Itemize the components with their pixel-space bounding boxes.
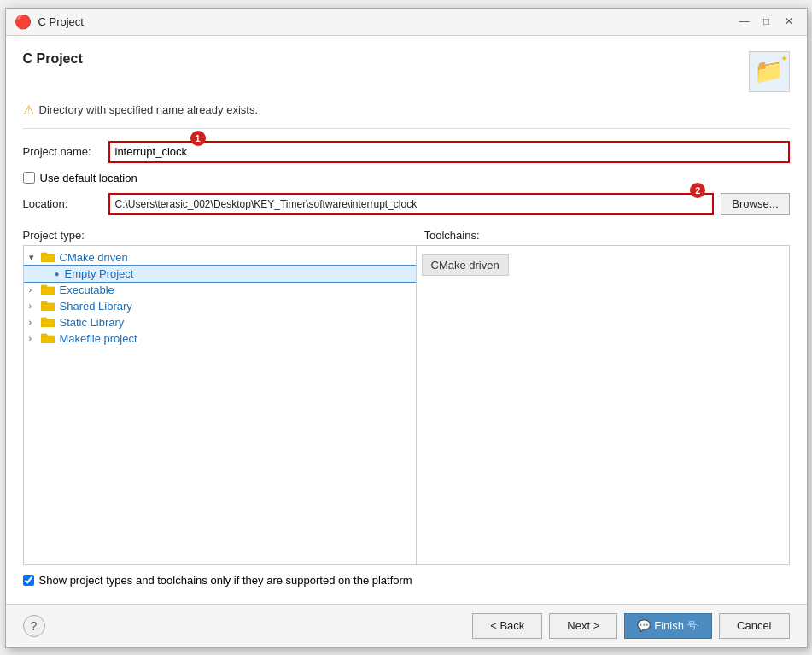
svg-rect-6 xyxy=(41,319,55,327)
location-row: Location: 2 Browse... xyxy=(23,193,790,215)
dialog-icon: 🔴 xyxy=(15,14,32,30)
static-library-folder-icon xyxy=(41,316,56,328)
sub-item-empty-project[interactable]: ● Empty Project xyxy=(24,266,416,282)
back-button[interactable]: < Back xyxy=(472,613,542,639)
empty-project-bullet-icon: ● xyxy=(55,269,60,278)
svg-rect-2 xyxy=(41,287,55,295)
project-name-label: Project name: xyxy=(23,145,108,158)
svg-rect-7 xyxy=(41,318,47,320)
makefile-arrow-icon: › xyxy=(29,333,41,343)
footer-left: ? xyxy=(23,615,45,637)
header-row: C Project 📁 ✦ xyxy=(23,51,790,92)
project-name-input[interactable] xyxy=(108,141,790,163)
platform-filter-label: Show project types and toolchains only i… xyxy=(39,574,412,587)
panels-row: ▾ CMake driven ● Empty Project xyxy=(23,245,790,565)
tree-item-executable[interactable]: › Executable xyxy=(24,282,416,298)
makefile-folder-icon xyxy=(41,332,56,344)
svg-rect-4 xyxy=(41,303,55,311)
svg-rect-1 xyxy=(41,253,47,255)
location-input[interactable] xyxy=(108,193,715,215)
bottom-checkbox-row: Show project types and toolchains only i… xyxy=(23,574,790,587)
footer-right: < Back Next > 💬 Finish 号· Cancel xyxy=(472,613,789,639)
tree-item-makefile[interactable]: › Makefile project xyxy=(24,330,416,347)
c-project-dialog: 🔴 C Project — □ ✕ C Project 📁 ✦ ⚠ Direct… xyxy=(5,8,808,648)
dialog-content: C Project 📁 ✦ ⚠ Directory with specified… xyxy=(6,36,807,604)
warning-icon: ⚠ xyxy=(23,102,34,118)
use-default-location-label: Use default location xyxy=(40,172,137,184)
title-bar-controls: — □ ✕ xyxy=(735,12,798,31)
svg-rect-0 xyxy=(41,254,55,262)
project-type-header: Project type: xyxy=(23,229,416,245)
static-library-label: Static Library xyxy=(60,316,125,329)
svg-rect-9 xyxy=(41,334,47,336)
platform-filter-checkbox[interactable] xyxy=(23,575,34,586)
panels-headers: Project type: Toolchains: xyxy=(23,229,790,245)
empty-project-label: Empty Project xyxy=(65,267,134,280)
use-default-location-checkbox[interactable] xyxy=(23,172,35,184)
toolchains-panel: CMake driven xyxy=(417,246,789,564)
panels-wrapper: Project type: Toolchains: ▾ xyxy=(23,229,790,565)
use-default-location-row: Use default location xyxy=(23,172,790,184)
location-label: Location: xyxy=(23,197,108,210)
tree-item-cmake[interactable]: ▾ CMake driven xyxy=(24,249,416,266)
project-type-panel: ▾ CMake driven ● Empty Project xyxy=(24,246,417,564)
toolchain-cmake-driven[interactable]: CMake driven xyxy=(422,254,509,276)
shared-library-arrow-icon: › xyxy=(29,301,41,311)
toolchains-header: Toolchains: xyxy=(416,229,790,245)
annotation-badge-2: 2 xyxy=(690,183,705,198)
shared-library-folder-icon xyxy=(41,300,56,312)
executable-label: Executable xyxy=(60,284,114,296)
warning-text: Directory with specified name already ex… xyxy=(39,103,259,116)
svg-rect-8 xyxy=(41,336,55,343)
help-button[interactable]: ? xyxy=(23,615,45,637)
dialog-footer: ? < Back Next > 💬 Finish 号· Cancel xyxy=(6,604,807,647)
title-bar-text: C Project xyxy=(38,15,84,28)
title-bar-left: 🔴 C Project xyxy=(15,14,84,30)
shared-library-label: Shared Library xyxy=(60,300,132,313)
annotation-badge-1: 1 xyxy=(190,131,206,146)
next-button[interactable]: Next > xyxy=(549,613,617,639)
svg-rect-5 xyxy=(41,301,47,304)
title-bar: 🔴 C Project — □ ✕ xyxy=(6,9,807,36)
tree-item-static-library[interactable]: › Static Library xyxy=(24,314,416,330)
cmake-arrow-icon: ▾ xyxy=(29,252,41,263)
executable-folder-icon xyxy=(41,284,56,295)
maximize-button[interactable]: □ xyxy=(757,12,776,31)
cmake-folder-icon xyxy=(41,251,56,263)
warning-row: ⚠ Directory with specified name already … xyxy=(23,102,790,129)
minimize-button[interactable]: — xyxy=(735,12,754,31)
finish-button-label: Finish xyxy=(654,619,684,632)
close-button[interactable]: ✕ xyxy=(780,12,798,31)
project-name-row: Project name: 1 xyxy=(23,141,790,163)
svg-rect-3 xyxy=(41,285,47,288)
page-title: C Project xyxy=(23,51,83,67)
header-icon: 📁 ✦ xyxy=(749,51,790,92)
makefile-label: Makefile project xyxy=(60,332,137,345)
static-library-arrow-icon: › xyxy=(29,317,41,327)
tree-item-shared-library[interactable]: › Shared Library xyxy=(24,298,416,314)
cmake-label: CMake driven xyxy=(60,251,128,264)
finish-button[interactable]: 💬 Finish 号· xyxy=(624,613,712,639)
browse-button[interactable]: Browse... xyxy=(721,193,789,215)
cancel-button[interactable]: Cancel xyxy=(719,613,789,639)
executable-arrow-icon: › xyxy=(29,284,41,295)
